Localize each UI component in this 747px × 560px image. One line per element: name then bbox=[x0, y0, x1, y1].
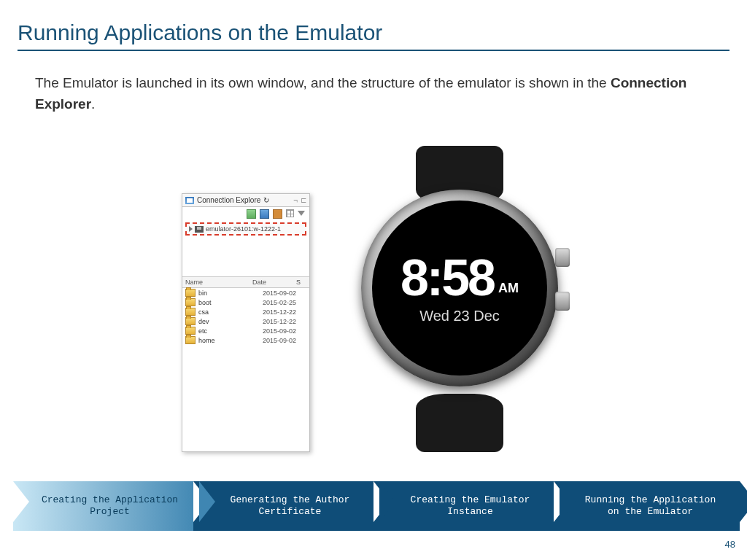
panel-tab-label: Connection Explore bbox=[197, 196, 260, 204]
file-row[interactable]: boot 2015-02-25 bbox=[182, 298, 309, 307]
intro-part2: . bbox=[91, 96, 95, 112]
file-name: etc bbox=[198, 327, 260, 335]
file-name: dev bbox=[198, 318, 260, 325]
emulator-watch: 8:58 AM Wed 23 Dec bbox=[354, 146, 565, 452]
expand-icon[interactable] bbox=[189, 226, 193, 232]
file-date: 2015-12-22 bbox=[263, 308, 306, 316]
step-label: Creating the Emulator Instance bbox=[400, 494, 541, 518]
device-icon bbox=[195, 226, 204, 233]
explorer-icon bbox=[185, 197, 194, 204]
watch-time: 8:58 AM bbox=[400, 252, 519, 303]
step-2: Generating the Author Certificate bbox=[193, 481, 379, 531]
toolbar-dropdown-icon[interactable] bbox=[298, 211, 305, 216]
watch-strap-bottom bbox=[416, 394, 503, 452]
file-name: home bbox=[198, 337, 260, 344]
toolbar-icon-1[interactable] bbox=[247, 209, 256, 219]
page-title: Running Applications on the Emulator bbox=[0, 0, 747, 50]
device-row-highlighted[interactable]: emulator-26101:w-1222-1 bbox=[185, 222, 306, 236]
file-name: boot bbox=[198, 299, 260, 306]
step-4: Running the Application on the Emulator bbox=[554, 481, 740, 531]
col-size[interactable]: S bbox=[296, 279, 306, 286]
toolbar-icon-4[interactable] bbox=[286, 209, 294, 217]
watch-button-bottom[interactable] bbox=[555, 292, 570, 311]
watch-time-ampm: AM bbox=[498, 281, 519, 296]
panel-menu-icon[interactable]: ⊏ bbox=[301, 196, 306, 204]
step-label: Running the Application on the Emulator bbox=[580, 494, 721, 518]
panel-spacer bbox=[182, 240, 309, 276]
panel-collapse-icon[interactable]: ¬ bbox=[293, 196, 298, 204]
page-number: 48 bbox=[725, 539, 735, 550]
folder-icon bbox=[185, 317, 196, 325]
file-date: 2015-09-02 bbox=[263, 337, 306, 344]
file-name: bin bbox=[198, 289, 260, 297]
step-3: Creating the Emulator Instance bbox=[374, 481, 560, 531]
col-date[interactable]: Date bbox=[252, 279, 296, 286]
device-label: emulator-26101:w-1222-1 bbox=[206, 225, 281, 233]
file-row[interactable]: bin 2015-09-02 bbox=[182, 288, 309, 298]
connection-explorer-panel: Connection Explore ↻ ¬ ⊏ emulator-26101:… bbox=[182, 193, 310, 452]
step-1: Creating the Application Project bbox=[13, 481, 199, 531]
file-row[interactable]: home 2015-09-02 bbox=[182, 335, 309, 345]
toolbar-icon-2[interactable] bbox=[260, 209, 269, 219]
process-steps: Creating the Application Project Generat… bbox=[0, 481, 747, 531]
file-table-header: Name Date S bbox=[182, 276, 309, 288]
folder-icon bbox=[185, 289, 196, 297]
watch-time-hm: 8:58 bbox=[400, 252, 494, 303]
intro-part1: The Emulator is launched in its own wind… bbox=[35, 75, 611, 90]
toolbar-icon-3[interactable] bbox=[273, 209, 282, 219]
file-date: 2015-09-02 bbox=[263, 289, 306, 297]
watch-date: Wed 23 Dec bbox=[419, 308, 500, 324]
file-row[interactable]: dev 2015-12-22 bbox=[182, 316, 309, 326]
intro-text: The Emulator is launched in its own wind… bbox=[35, 73, 712, 114]
title-underline bbox=[18, 50, 729, 51]
file-date: 2015-02-25 bbox=[263, 299, 306, 306]
file-date: 2015-09-02 bbox=[263, 327, 306, 335]
file-name: csa bbox=[198, 308, 260, 316]
file-row[interactable]: etc 2015-09-02 bbox=[182, 326, 309, 335]
folder-icon bbox=[185, 308, 196, 316]
watch-face[interactable]: 8:58 AM Wed 23 Dec bbox=[372, 201, 547, 376]
watch-button-top[interactable] bbox=[555, 248, 570, 267]
refresh-icon[interactable]: ↻ bbox=[263, 196, 269, 204]
folder-icon bbox=[185, 336, 196, 344]
step-label: Generating the Author Certificate bbox=[220, 494, 360, 518]
file-row[interactable]: csa 2015-12-22 bbox=[182, 307, 309, 316]
panel-tab[interactable]: Connection Explore ↻ ¬ ⊏ bbox=[182, 194, 309, 207]
folder-icon bbox=[185, 298, 196, 306]
panel-toolbar bbox=[182, 207, 309, 221]
step-label: Creating the Application Project bbox=[39, 494, 180, 518]
file-date: 2015-12-22 bbox=[263, 318, 306, 325]
folder-icon bbox=[185, 327, 196, 335]
col-name[interactable]: Name bbox=[185, 279, 252, 286]
